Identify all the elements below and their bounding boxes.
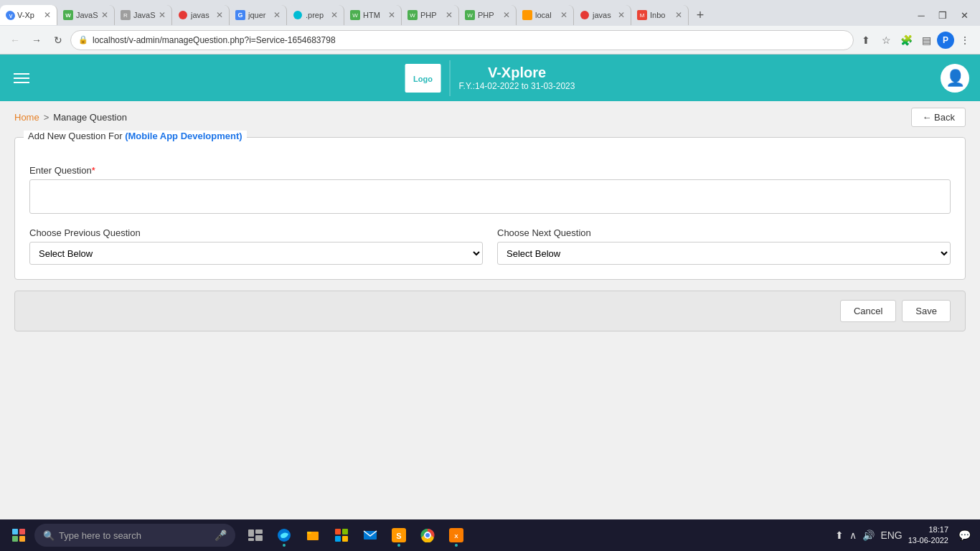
taskbar-app-store[interactable] [329, 522, 354, 548]
more-options-icon[interactable]: ⋮ [956, 31, 974, 50]
svg-text:S: S [396, 532, 401, 540]
chevron-icon[interactable]: ∧ [849, 529, 857, 541]
tab-favicon-2: W [63, 10, 73, 20]
svg-rect-31 [335, 536, 341, 542]
tab-10[interactable]: local ✕ [517, 5, 574, 25]
tab-close-5[interactable]: ✕ [270, 10, 281, 20]
tab-7[interactable]: W HTM ✕ [344, 5, 402, 25]
taskbar-search-box[interactable]: 🔍 Type here to search 🎤 [34, 524, 235, 547]
svg-rect-29 [335, 529, 341, 534]
prev-question-select[interactable]: Select Below [29, 242, 483, 265]
address-bar[interactable]: 🔒 localhost/v-admin/manageQuestion.php?i… [70, 30, 854, 50]
profile-circle[interactable]: P [937, 32, 954, 49]
tab-6[interactable]: .prep ✕ [287, 5, 344, 25]
taskbar-app-taskview[interactable] [242, 522, 268, 548]
tab-4[interactable]: javas ✕ [172, 5, 230, 25]
system-clock: 18:17 13-06-2022 [908, 524, 948, 547]
svg-rect-24 [255, 535, 263, 541]
legend-highlight-text: (Mobile App Development) [125, 131, 242, 141]
taskbar-app-sublime[interactable]: S [386, 522, 412, 548]
browser-toolbar-icons: ⬆ ☆ 🧩 ▤ P ⋮ [857, 31, 974, 50]
forward-nav-button[interactable]: → [27, 31, 46, 50]
back-nav-button[interactable]: ← [6, 31, 24, 50]
hamburger-line-1 [14, 73, 29, 75]
tab-12[interactable]: M Inbo ✕ [631, 5, 689, 25]
svg-text:X: X [454, 533, 458, 540]
tab-close-6[interactable]: ✕ [328, 10, 338, 20]
brand-name: V-Xplore [459, 65, 575, 81]
taskbar-app-chrome[interactable] [415, 522, 440, 548]
tab-label-12: Inbo [650, 11, 665, 19]
bookmark-icon[interactable]: ☆ [877, 31, 895, 50]
taskbar-app-mail[interactable] [357, 522, 383, 548]
maximize-button[interactable]: ❒ [933, 7, 953, 23]
svg-point-6 [179, 11, 187, 19]
clock-date: 13-06-2022 [908, 535, 948, 546]
tab-close-7[interactable]: ✕ [385, 10, 395, 20]
tab-close-4[interactable]: ✕ [213, 10, 223, 20]
taskbar-app-edge[interactable] [271, 522, 297, 548]
taskbar-app-xampp[interactable]: X [443, 522, 469, 548]
tab-close-11[interactable]: ✕ [615, 10, 625, 20]
prev-question-label: Choose Previous Question [29, 227, 483, 238]
svg-text:M: M [640, 12, 645, 19]
sidebar-toggle-icon[interactable]: ▤ [917, 31, 936, 50]
tab-label-7: HTM [363, 11, 380, 19]
brand-fy: F.Y.:14-02-2022 to 31-03-2023 [459, 81, 575, 91]
minimize-button[interactable]: ─ [911, 7, 931, 23]
question-textarea[interactable] [29, 179, 951, 214]
reload-button[interactable]: ↻ [49, 31, 67, 50]
cancel-button[interactable]: Cancel [840, 300, 896, 322]
prev-question-col: Choose Previous Question Select Below [29, 227, 483, 265]
taskbar-mic-icon[interactable]: 🎤 [215, 529, 227, 541]
svg-text:R: R [123, 12, 128, 19]
tab-favicon-12: M [637, 10, 647, 20]
form-card: Add New Question For (Mobile App Develop… [14, 137, 966, 280]
user-avatar[interactable]: 👤 [941, 64, 969, 93]
taskbar-search-icon: 🔍 [43, 530, 55, 541]
tab-favicon-8: W [407, 10, 418, 20]
taskbar-system-icons: ⬆ ∧ 🔊 ENG [835, 529, 902, 541]
back-button[interactable]: ← Back [911, 108, 966, 127]
tab-3[interactable]: R JavaS ✕ [115, 5, 172, 25]
svg-text:V: V [9, 14, 13, 19]
tab-2[interactable]: W JavaS ✕ [57, 5, 115, 25]
tab-5[interactable]: G jquer ✕ [230, 5, 287, 25]
close-button[interactable]: ✕ [954, 7, 974, 23]
notification-button[interactable]: 💬 [954, 525, 974, 545]
tab-close-2[interactable]: ✕ [98, 10, 108, 20]
taskbar-app-explorer[interactable] [300, 522, 326, 548]
tab-9[interactable]: W PHP ✕ [459, 5, 517, 25]
network-icon[interactable]: ⬆ [835, 529, 844, 541]
share-icon[interactable]: ⬆ [857, 31, 875, 50]
hamburger-menu[interactable] [11, 70, 32, 86]
volume-icon[interactable]: 🔊 [862, 529, 875, 541]
svg-rect-16 [522, 10, 532, 20]
svg-text:G: G [237, 11, 242, 19]
svg-rect-32 [342, 536, 348, 542]
svg-rect-22 [248, 529, 254, 537]
tab-label-1: V-Xp [17, 11, 34, 19]
save-button[interactable]: Save [902, 300, 951, 322]
tab-favicon-1: V [6, 11, 14, 19]
taskbar-apps: S X [242, 522, 469, 548]
extensions-icon[interactable]: 🧩 [897, 31, 915, 50]
tab-close-9[interactable]: ✕ [500, 10, 510, 20]
tab-8[interactable]: W PHP ✕ [402, 5, 459, 25]
tab-close-8[interactable]: ✕ [443, 10, 453, 20]
tab-close-1[interactable]: ✕ [41, 10, 51, 20]
svg-text:W: W [352, 12, 358, 19]
tab-11[interactable]: javas ✕ [574, 5, 631, 25]
start-button[interactable] [6, 522, 32, 548]
tab-label-3: JavaS [133, 11, 156, 19]
tab-favicon-7: W [350, 10, 360, 20]
language-label[interactable]: ENG [880, 529, 902, 541]
tab-vxplore[interactable]: V V-Xp ✕ [0, 5, 57, 25]
tab-close-10[interactable]: ✕ [557, 10, 567, 20]
breadcrumb-home-link[interactable]: Home [14, 112, 39, 123]
tab-close-3[interactable]: ✕ [156, 10, 166, 20]
next-question-select[interactable]: Select Below [497, 242, 951, 265]
tab-close-12[interactable]: ✕ [672, 10, 682, 20]
tab-label-9: PHP [478, 11, 494, 19]
new-tab-button[interactable]: + [690, 5, 710, 25]
